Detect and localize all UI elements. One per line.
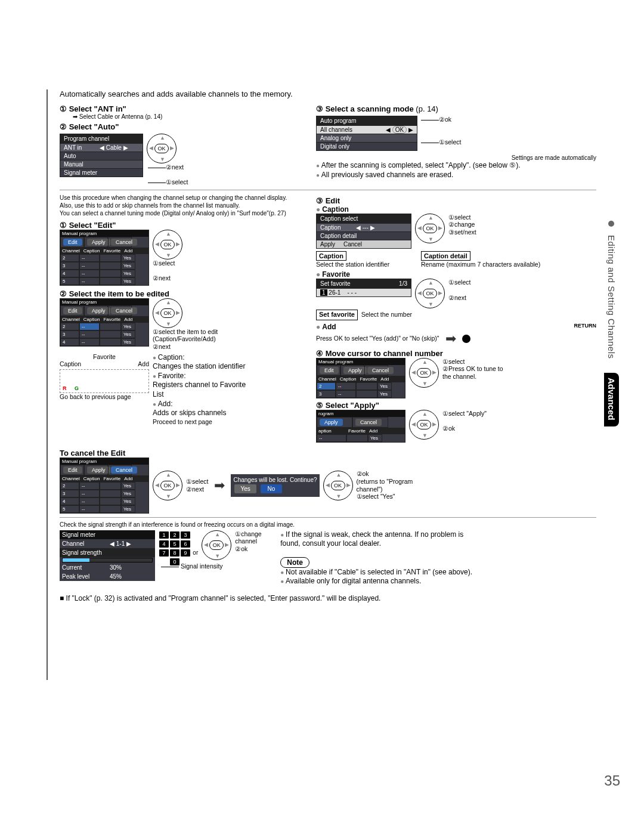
fav-label: Favorite <box>60 353 149 361</box>
ok-button[interactable]: OK <box>154 144 169 153</box>
ok-button10[interactable]: OK <box>209 540 224 550</box>
edit-pill3[interactable]: Edit <box>320 367 339 374</box>
auto-step1: ① Select "ANT in" <box>60 104 304 113</box>
manual-step3-text: Edit <box>326 196 340 205</box>
manual-row[interactable]: Manual <box>60 160 143 168</box>
key-9[interactable]: 9 <box>181 549 190 557</box>
caption-detail-row[interactable]: Caption detail <box>317 231 411 240</box>
edit-pill[interactable]: Edit <box>63 239 82 246</box>
dpad-icon8[interactable]: OK▲▼◀▶ <box>153 471 182 500</box>
edit-pill2[interactable]: Edit <box>63 307 82 314</box>
annot-next4: next <box>192 486 204 493</box>
caption-box: Caption <box>316 251 346 261</box>
col-ch5: Channel <box>60 475 82 482</box>
dpad-icon2[interactable]: OK▲▼◀▶ <box>153 230 182 259</box>
confirm-dialog: Changes will be lost. Continue? Yes No <box>231 474 319 497</box>
cancel-pill2[interactable]: Cancel <box>111 307 137 314</box>
key-6[interactable]: 6 <box>181 540 190 548</box>
apply-pill4[interactable]: Apply <box>320 419 343 426</box>
manual-step1: ① Select "Edit" <box>60 221 304 230</box>
analog-only-row[interactable]: Analog only <box>317 134 417 142</box>
all-channels-label: All channels <box>320 126 352 133</box>
footnote-text: If "Lock" (p. 32) is activated and "Prog… <box>66 594 381 602</box>
apply-pill3[interactable]: Apply <box>343 367 367 374</box>
add-desc: Add: Adds or skips channels <box>153 400 254 418</box>
dpad-icon3[interactable]: OK▲▼◀▶ <box>153 298 182 328</box>
col-channel: Channel <box>60 248 82 254</box>
apply-cancel-row[interactable]: Apply Cancel <box>317 240 411 248</box>
dpad-icon7[interactable]: OK▲▼◀▶ <box>409 410 439 440</box>
annot-select-item: select the item to edit (Caption/Favorit… <box>153 328 218 343</box>
proceed-text: Proceed to next page <box>153 418 254 426</box>
annot-sel3: select <box>454 214 470 221</box>
key-1[interactable]: 1 <box>159 531 169 539</box>
cancel-pill3[interactable]: Cancel <box>367 367 394 374</box>
ant-in-row[interactable]: ANT in◀ Cable ▶ <box>60 143 143 152</box>
ant-in-value: Cable <box>106 144 122 151</box>
key-2[interactable]: 2 <box>170 531 179 539</box>
ok-button3[interactable]: OK <box>160 308 175 318</box>
confirm-yes-button[interactable]: Yes <box>234 484 256 493</box>
yesB3: Yes <box>121 338 135 346</box>
key-5[interactable]: 5 <box>170 540 179 548</box>
ok-button7[interactable]: OK <box>417 420 431 429</box>
dpad-icon6[interactable]: OK▲▼◀▶ <box>409 358 439 388</box>
col-ch3: Channel <box>317 376 338 382</box>
cancel-pill5[interactable]: Cancel <box>111 466 137 474</box>
edit-pill5[interactable]: Edit <box>63 466 82 474</box>
yesE1: Yes <box>121 482 135 490</box>
dpad-icon4[interactable]: OK▲▼◀▶ <box>415 214 445 243</box>
apply-pill[interactable]: Apply <box>87 239 110 246</box>
caption-select-title: Caption select <box>317 214 411 223</box>
fav-item-row[interactable]: 1 26-1 - - - <box>317 288 411 296</box>
caption-select-panel: Caption select Caption◀ --- ▶ Caption de… <box>316 214 411 249</box>
footnote: ■ If "Lock" (p. 32) is activated and "Pr… <box>60 594 596 602</box>
auto-step1-text: Select "ANT in" <box>69 104 126 113</box>
manual-program-table2: Manual program EditApplyCancel ChannelCa… <box>60 298 149 347</box>
callout-select2: select <box>445 138 461 146</box>
auto-row[interactable]: Auto <box>60 152 143 160</box>
apply-pill2[interactable]: Apply <box>87 307 110 314</box>
dpad-icon5[interactable]: OK▲▼◀▶ <box>415 279 445 308</box>
row-yes: Yes <box>121 254 135 262</box>
ok-button4[interactable]: OK <box>423 224 437 233</box>
return-button-icon[interactable] <box>462 335 470 343</box>
ok-button9[interactable]: OK <box>331 481 345 490</box>
add-label: Add <box>138 360 149 368</box>
cap-label: Caption <box>60 360 81 368</box>
set-fav-title: Set favorite <box>320 280 351 287</box>
all-channels-row[interactable]: All channels ◀ OK ▶ <box>317 125 417 134</box>
key-3[interactable]: 3 <box>181 531 190 539</box>
confirm-no-button[interactable]: No <box>261 484 283 493</box>
ok-button8[interactable]: OK <box>160 481 175 490</box>
sm-strength-label: Signal strength <box>60 548 155 557</box>
col-add5: Add <box>122 475 134 482</box>
manual-program-table1: Manual program EditApplyCancel ChannelCa… <box>60 230 149 286</box>
yesD1: Yes <box>368 434 382 442</box>
key-4[interactable]: 4 <box>159 540 169 548</box>
annot-ok: ok <box>448 425 455 432</box>
cancel-pill[interactable]: Cancel <box>111 239 137 246</box>
cancel-label: Cancel <box>343 241 362 248</box>
manual-program-table3: Manual program EditApplyCancel ChannelCa… <box>316 358 405 398</box>
note-pill: Note <box>280 557 309 568</box>
caption-row[interactable]: Caption◀ --- ▶ <box>317 223 411 231</box>
annot-next: next <box>159 274 171 282</box>
mp-title2: Manual program <box>60 299 148 305</box>
key-7[interactable]: 7 <box>159 549 169 557</box>
sm-peak-label: Peak level <box>60 572 107 581</box>
ok-button2[interactable]: OK <box>160 240 175 249</box>
cancel-edit-heading: To cancel the Edit <box>60 449 596 457</box>
signal-meter-row[interactable]: Signal meter <box>60 168 143 177</box>
key-8[interactable]: 8 <box>170 549 179 557</box>
cancel-pill4[interactable]: Cancel <box>355 419 382 426</box>
row-yes3: Yes <box>121 270 135 277</box>
apply-pill5[interactable]: Apply <box>87 466 110 474</box>
dpad-icon10[interactable]: OK▲▼◀▶ <box>202 530 231 560</box>
digital-only-row[interactable]: Digital only <box>317 142 417 150</box>
ok-button6[interactable]: OK <box>417 368 431 378</box>
annot-change: change <box>454 221 475 228</box>
ok-button5[interactable]: OK <box>423 289 437 298</box>
dpad-icon9[interactable]: OK▲▼◀▶ <box>323 471 353 500</box>
dpad-icon[interactable]: OK ▲▼◀▶ <box>147 134 177 163</box>
